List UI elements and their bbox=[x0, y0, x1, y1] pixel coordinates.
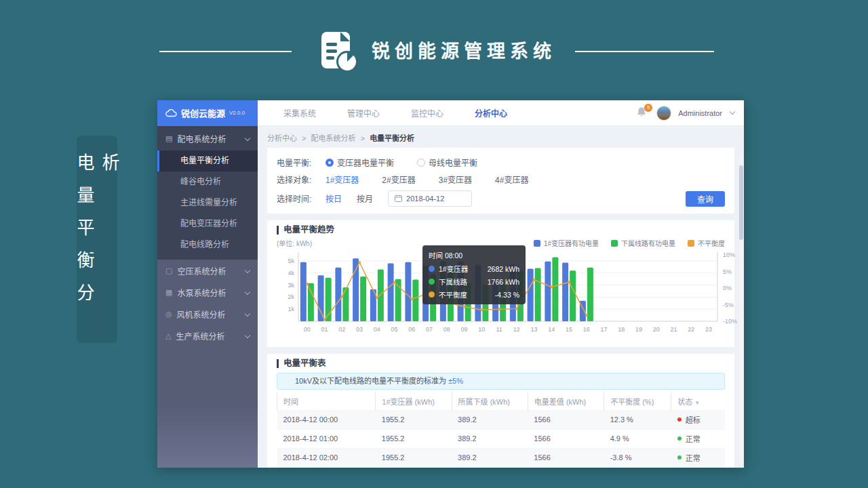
svg-text:03: 03 bbox=[356, 326, 363, 333]
tooltip-series-dot bbox=[429, 291, 435, 298]
slide-title: 锐创能源管理系统 bbox=[372, 37, 556, 63]
svg-text:01: 01 bbox=[321, 326, 328, 333]
cell-difference: 1566 bbox=[528, 448, 604, 467]
cell-time: 2018-4-12 01:00 bbox=[277, 429, 376, 448]
cell-status: 正常 bbox=[671, 429, 725, 448]
svg-text:09: 09 bbox=[461, 326, 468, 333]
svg-text:06: 06 bbox=[408, 326, 415, 333]
svg-text:4k: 4k bbox=[288, 270, 294, 277]
app-logo[interactable]: 锐创云能源 V2.0.0 bbox=[157, 100, 258, 126]
col-subordinate: 所属下级 (kWh) bbox=[452, 392, 528, 410]
sidebar-subitem[interactable]: 电量平衡分析 bbox=[157, 150, 258, 171]
tooltip-series-label: 不平衡度 bbox=[439, 289, 467, 300]
sidebar-group-peidian: ▤ 配电系统分析 电量平衡分析 峰谷电分析 主进线需量分析 配电变压器分析 bbox=[157, 126, 258, 260]
cell-unbalance: 3.1 % bbox=[604, 467, 671, 468]
legend-swatch bbox=[688, 240, 694, 247]
svg-text:20: 20 bbox=[653, 326, 660, 333]
chevron-down-icon bbox=[245, 333, 250, 338]
sidebar-group[interactable]: △ 生产系统分析 bbox=[157, 325, 258, 346]
cell-subordinate: 389.2 bbox=[452, 448, 528, 467]
calendar-icon bbox=[395, 195, 402, 202]
legend-item[interactable]: 1#变压器有功电量 bbox=[534, 238, 599, 248]
tooltip-series-label: 1#变压器 bbox=[439, 264, 468, 274]
query-button[interactable]: 查询 bbox=[686, 191, 725, 207]
topnav-item[interactable]: 管理中心 bbox=[347, 107, 380, 119]
topnav-item[interactable]: 采集系统 bbox=[283, 107, 316, 119]
radio-label: 母线电量平衡 bbox=[429, 157, 477, 168]
balance-radio-option[interactable]: 变压器电量平衡 bbox=[326, 157, 394, 168]
cell-unbalance: 12.3 % bbox=[604, 410, 671, 429]
legend-item[interactable]: 不平衡度 bbox=[688, 238, 725, 248]
legend-label: 1#变压器有功电量 bbox=[544, 238, 599, 248]
chevron-down-icon bbox=[245, 289, 250, 295]
breadcrumb-item[interactable]: 配电系统分析 bbox=[311, 134, 356, 142]
app-window: 锐创云能源 V2.0.0 采集系统 管理中心 监控中心 分析中心 bbox=[157, 100, 744, 468]
transformer-option[interactable]: 4#变压器 bbox=[495, 174, 528, 185]
sidebar-subitem[interactable]: 主进线需量分析 bbox=[157, 192, 258, 214]
status-badge: 正常 bbox=[686, 452, 701, 463]
balance-radio-option[interactable]: 母线电量平衡 bbox=[417, 157, 477, 168]
chart-card: 电量平衡趋势 (单位: kWh) 1#变压器有功电量 bbox=[267, 220, 734, 347]
balance-table: 时间 1#变压器 (kWh) 所属下级 (kWh) 电量差值 (kWh) 不平衡… bbox=[277, 392, 725, 468]
breadcrumb-item[interactable]: 分析中心 bbox=[267, 134, 297, 142]
tooltip-series-value: 1766 kWh bbox=[488, 278, 519, 286]
cell-transformer: 1955.2 bbox=[376, 429, 452, 448]
cell-status: 正常 bbox=[671, 448, 725, 467]
svg-text:-5%: -5% bbox=[723, 302, 734, 308]
topnav-item[interactable]: 监控中心 bbox=[411, 107, 443, 119]
sidebar-subitem[interactable]: 配电线路分析 bbox=[157, 235, 258, 256]
date-picker-input[interactable]: 2018-04-12 bbox=[388, 190, 472, 207]
tooltip-time: 时间 08:00 bbox=[429, 250, 519, 260]
transformer-option[interactable]: 2#变压器 bbox=[382, 174, 415, 185]
svg-text:0%: 0% bbox=[723, 285, 732, 291]
sidebar-subitem[interactable]: 峰谷电分析 bbox=[157, 171, 258, 192]
sort-caret-icon[interactable]: ▼ bbox=[694, 400, 700, 406]
cell-transformer: 1955.2 bbox=[376, 467, 452, 468]
status-badge: 正常 bbox=[686, 433, 701, 444]
filter-card: 电量平衡: 变压器电量平衡 母线电量平衡 bbox=[267, 148, 734, 214]
slide-side-label: 电量平衡分析 bbox=[77, 136, 117, 343]
table-title: 电量平衡表 bbox=[277, 359, 725, 368]
notifications-button[interactable]: 5 bbox=[636, 106, 650, 120]
svg-text:04: 04 bbox=[374, 326, 380, 333]
sidebar-group-header-peidian[interactable]: ▤ 配电系统分析 bbox=[157, 126, 258, 150]
time-mode-option[interactable]: 按月 bbox=[357, 192, 373, 204]
sidebar-group-icon: ◎ bbox=[165, 310, 172, 319]
sidebar-group[interactable]: ▢ 空压系统分析 bbox=[157, 260, 258, 281]
svg-text:18: 18 bbox=[618, 326, 625, 333]
report-document-icon bbox=[317, 30, 359, 74]
svg-text:1k: 1k bbox=[288, 306, 294, 312]
table-row[interactable]: 2018-4-12 01:00 1955.2 389.2 1566 4.9 % … bbox=[277, 429, 726, 448]
table-row[interactable]: 2018-4-12 02:00 1955.2 389.2 1566 -3.8 %… bbox=[277, 448, 726, 467]
avatar[interactable] bbox=[656, 106, 671, 121]
cell-difference: 1566 bbox=[528, 410, 604, 429]
tooltip-row: 下属线路 1766 kWh bbox=[429, 277, 519, 287]
topbar-right: 5 Administrator bbox=[636, 106, 744, 121]
sidebar-group[interactable]: ▦ 水泵系统分析 bbox=[157, 281, 258, 303]
status-dot bbox=[677, 418, 682, 422]
user-menu-caret-icon[interactable] bbox=[730, 109, 735, 115]
time-mode-option[interactable]: 按日 bbox=[326, 192, 342, 204]
topnav-item[interactable]: 分析中心 bbox=[475, 107, 507, 119]
svg-text:5%: 5% bbox=[723, 268, 732, 275]
sidebar-subitem[interactable]: 配电变压器分析 bbox=[157, 214, 258, 235]
svg-text:19: 19 bbox=[635, 326, 642, 333]
cell-status: 正常 bbox=[671, 467, 725, 468]
slide-header: 锐创能源管理系统 bbox=[0, 27, 868, 75]
legend-item[interactable]: 下属线路有功电量 bbox=[611, 238, 675, 248]
chevron-down-icon bbox=[245, 311, 250, 317]
logo-name: 锐创云能源 bbox=[181, 106, 225, 119]
sidebar-group-label: 生产系统分析 bbox=[176, 330, 224, 342]
scrollbar-track[interactable] bbox=[739, 153, 743, 465]
cell-time: 2018-4-12 00:00 bbox=[277, 410, 376, 429]
sidebar-group[interactable]: ◎ 风机系统分析 bbox=[157, 303, 258, 325]
scrollbar-thumb[interactable] bbox=[739, 165, 743, 240]
transformer-option[interactable]: 1#变压器 bbox=[326, 174, 359, 185]
transformer-option[interactable]: 3#变压器 bbox=[439, 174, 472, 185]
table-row[interactable]: 2018-4-12 03:00 1955.2 389.2 1566 3.1 % … bbox=[277, 467, 726, 468]
breadcrumb-current: 电量平衡分析 bbox=[370, 134, 414, 142]
table-row[interactable]: 2018-4-12 00:00 1955.2 389.2 1566 12.3 %… bbox=[277, 410, 726, 429]
tooltip-series-label: 下属线路 bbox=[439, 277, 467, 287]
main-content: 分析中心 > 配电系统分析 > 电量平衡分析 电量平衡: 变压器电量平衡 bbox=[258, 126, 744, 468]
chart-area[interactable]: 1k2k3k4k5k10%5%0%-5%-10%0001020304050607… bbox=[277, 249, 725, 346]
